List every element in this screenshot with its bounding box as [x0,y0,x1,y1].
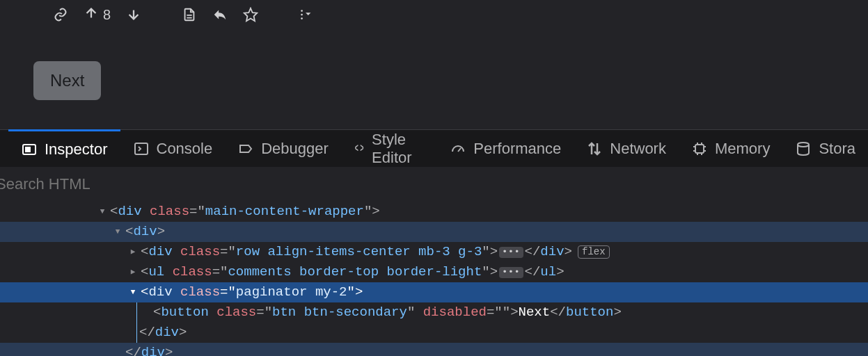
tab-console[interactable]: Console [120,130,226,167]
vote-count: 8 [103,7,111,23]
tab-label: Style Editor [372,131,425,167]
dom-line[interactable]: </div> [0,323,868,343]
svg-rect-7 [695,145,704,153]
star-icon[interactable] [243,7,258,22]
tab-storage[interactable]: Stora [782,130,868,167]
tab-inspector[interactable]: Inspector [8,129,120,167]
expand-toggle-icon[interactable]: ▶ [128,266,138,278]
tab-label: Memory [715,140,770,158]
expand-toggle-icon[interactable]: ▼ [113,226,123,238]
upvote-group: 8 [84,6,111,24]
next-button[interactable]: Next [33,61,101,100]
tab-label: Console [157,140,213,158]
svg-point-2 [301,10,303,12]
dom-tree[interactable]: ▼ <div class="main-content-wrapper"> ▼ <… [0,202,868,356]
svg-point-8 [798,143,809,147]
tab-memory[interactable]: Memory [679,130,782,167]
page-toolbar: 8 [0,0,868,25]
upvote-icon[interactable] [84,6,99,24]
ellipsis-badge[interactable]: ••• [499,247,523,258]
tab-label: Network [610,140,666,158]
tab-label: Inspector [45,140,108,159]
downvote-icon[interactable] [126,7,141,22]
webpage-viewport: Next [0,25,868,129]
dom-line[interactable]: ▼ <div> [0,222,868,242]
svg-point-3 [301,17,303,19]
tab-label: Performance [473,140,561,158]
dom-line[interactable]: </div> [0,343,868,356]
tab-performance[interactable]: Performance [437,130,574,167]
dom-line[interactable]: ▶ <div class="row align-items-center mb-… [0,242,868,262]
tab-label: Debugger [261,140,329,158]
tab-style-editor[interactable]: Style Editor [341,130,437,167]
html-search-row [0,167,868,202]
tab-debugger[interactable]: Debugger [225,130,341,167]
flex-badge[interactable]: flex [578,245,610,259]
dom-line-selected[interactable]: ▼ <div class="paginator my-2"> [0,282,868,302]
search-html-input[interactable] [0,175,205,193]
svg-point-1 [301,14,303,16]
dom-line[interactable]: ▶ <ul class="comments border-top border-… [0,262,868,282]
document-icon[interactable] [182,7,197,22]
expand-toggle-icon[interactable]: ▼ [97,206,107,218]
more-menu-icon[interactable] [299,7,314,22]
dom-line[interactable]: ▼ <div class="main-content-wrapper"> [0,202,868,222]
link-icon[interactable] [53,7,68,22]
svg-rect-5 [26,147,30,152]
reply-icon[interactable] [212,7,228,22]
tab-label: Stora [819,140,855,158]
ellipsis-badge[interactable]: ••• [499,267,523,278]
expand-toggle-icon[interactable]: ▼ [128,286,138,298]
dom-line[interactable]: <button class="btn btn-secondary" disabl… [0,302,868,323]
svg-marker-0 [244,8,257,21]
expand-toggle-icon[interactable]: ▶ [128,246,138,258]
tab-network[interactable]: Network [574,130,679,167]
devtools-tabstrip: Inspector Console Debugger Style Editor … [0,129,868,167]
